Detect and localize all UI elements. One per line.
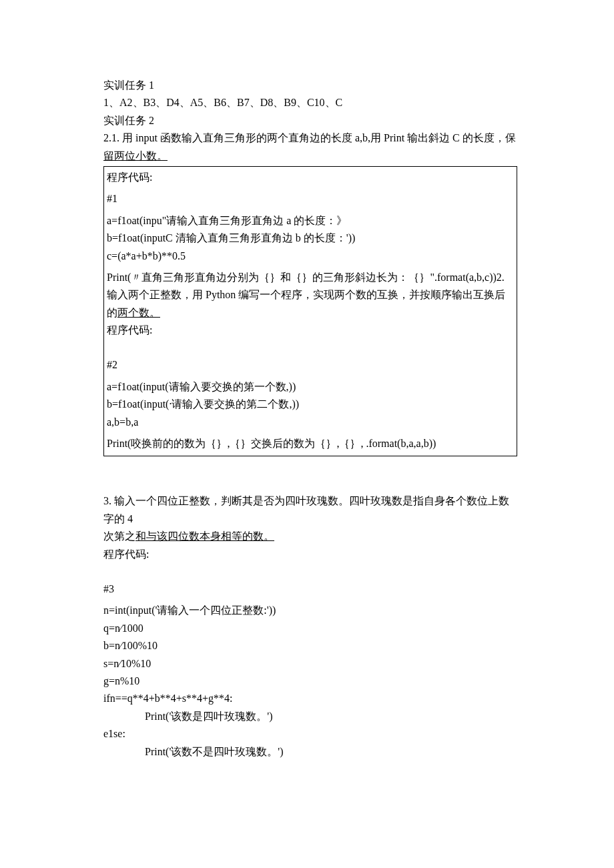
q3-prompt-underlined2: 和与该四位数本身相等的数。: [135, 530, 274, 542]
q21-print-prefix: Print(〃直角三角形直角边分别为｛｝和｛｝的三角形斜边长为：｛｝".form…: [107, 272, 505, 318]
q21-prompt-prefix: 2.1. 用 input 函数输入直角三角形的两个直角边的长度 a,b,用 Pr…: [103, 132, 516, 143]
code-if: ifn==q**4+b**4+s**4+g**4:: [103, 690, 517, 707]
task1-answers: 1、A2、B3、D4、A5、B6、B7、D8、B9、C10、C: [103, 94, 517, 111]
code-swap: a,b=b,a: [107, 414, 514, 431]
code-a1: a=f1oat(inpu"请输入直角三角形直角边 a 的长度：》: [107, 212, 514, 230]
code-else: e1se:: [103, 725, 517, 743]
code-c1: c=(a*a+b*b)**0.5: [107, 248, 514, 265]
code-q: q=n⁄1000: [103, 620, 517, 637]
code-g: g=n%10: [103, 673, 517, 690]
code-label-2: 程序代码:: [107, 322, 514, 339]
spacer: [103, 563, 517, 580]
code-b1: b=f1oat(inputC 清输入直角三角形直角边 b 的长度：')): [107, 230, 514, 247]
q21-print-underlined: 两个数。: [117, 307, 160, 318]
code-print1-and-q2: Print(〃直角三角形直角边分别为｛｝和｛｝的三角形斜边长为：｛｝".form…: [107, 269, 514, 322]
code-print-false: Print('该数不是四叶玫瑰数。'): [103, 743, 517, 761]
q3-prompt-prefix2: 次第之: [103, 530, 135, 542]
spacer: [103, 458, 517, 492]
code-b2: b=f1oat(input(·请输入要交换的第二个数,)): [107, 396, 514, 413]
hash1: #1: [107, 190, 514, 207]
code-a2: a=f1oat(input(请输入要交换的第一个数,)): [107, 378, 514, 396]
q21-prompt-underlined: 留两位小数。: [103, 150, 168, 161]
code-print-true: Print('该数是四叶玫瑰数。'): [103, 708, 517, 725]
code-b3: b=n⁄100%10: [103, 637, 517, 655]
document-page: 实训任务 1 1、A2、B3、D4、A5、B6、B7、D8、B9、C10、C 实…: [0, 0, 614, 868]
code-n: n=int(input('请输入一个四位正整数:')): [103, 602, 517, 619]
code-s: s=n⁄10%10: [103, 655, 517, 673]
q3-prompt-line1: 3. 输入一个四位正整数，判断其是否为四叶玫瑰数。四叶玫瑰数是指自身各个数位上数…: [103, 492, 517, 528]
code-box-1: 程序代码: #1 a=f1oat(inpu"请输入直角三角形直角边 a 的长度：…: [103, 166, 517, 456]
spacer: [107, 339, 514, 356]
task2-title: 实训任务 2: [103, 112, 517, 129]
code-print2: Print(咬换前的的数为｛｝,｛｝交换后的数为｛｝,｛｝, .format(b…: [107, 435, 514, 452]
task1-title: 实训任务 1: [103, 77, 517, 94]
q21-prompt: 2.1. 用 input 函数输入直角三角形的两个直角边的长度 a,b,用 Pr…: [103, 129, 517, 165]
hash3: #3: [103, 580, 517, 598]
code-label-3: 程序代码:: [103, 546, 517, 563]
q3-prompt-line2: 次第之和与该四位数本身相等的数。: [103, 528, 517, 545]
hash2: #2: [107, 356, 514, 374]
code-label-1: 程序代码:: [107, 169, 514, 186]
